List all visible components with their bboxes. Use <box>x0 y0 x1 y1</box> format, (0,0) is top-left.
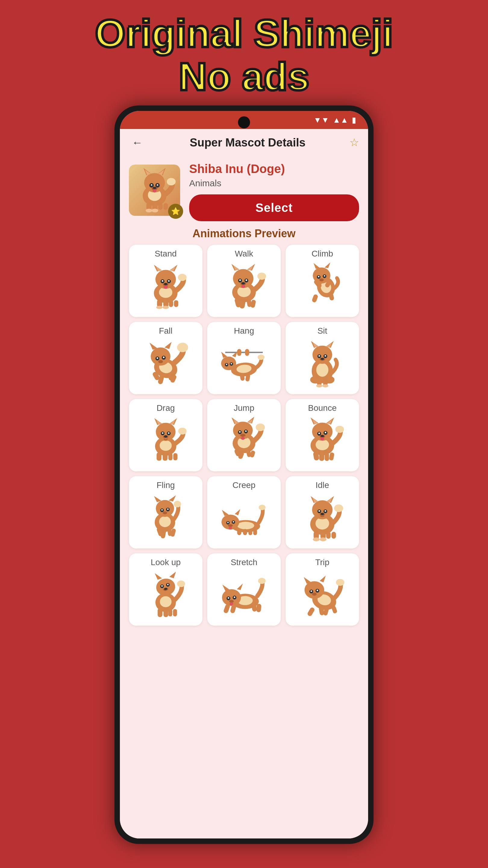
svg-point-83 <box>163 356 164 358</box>
svg-point-98 <box>226 364 227 365</box>
list-item[interactable]: Walk <box>207 245 281 317</box>
list-item[interactable]: Idle <box>286 476 359 549</box>
list-item[interactable]: Hang <box>207 322 281 394</box>
svg-point-68 <box>318 276 319 277</box>
svg-point-232 <box>155 577 176 597</box>
animation-image-bounce <box>297 416 348 467</box>
svg-point-271 <box>312 592 317 595</box>
list-item[interactable]: Look up <box>129 553 202 626</box>
svg-point-51 <box>239 279 241 281</box>
svg-rect-243 <box>164 608 168 617</box>
list-item[interactable]: Stand <box>129 245 202 317</box>
list-item[interactable]: Trip <box>286 553 359 626</box>
svg-point-12 <box>153 187 156 189</box>
svg-marker-249 <box>222 585 230 591</box>
svg-point-151 <box>239 431 241 433</box>
animation-label-stretch: Stretch <box>231 558 258 567</box>
svg-point-188 <box>163 512 167 515</box>
svg-point-155 <box>256 424 265 431</box>
svg-point-189 <box>174 501 181 507</box>
mascot-info: Shiba Inu (Doge) Animals Select <box>189 162 359 221</box>
list-item[interactable]: Stretch <box>207 553 281 626</box>
svg-rect-226 <box>326 532 331 538</box>
mascot-header: ⭐ Shiba Inu (Doge) Animals Select <box>129 162 359 221</box>
svg-point-125 <box>160 440 172 451</box>
svg-point-154 <box>241 437 245 440</box>
list-item[interactable]: Fling <box>129 476 202 549</box>
svg-point-220 <box>325 510 326 512</box>
svg-rect-227 <box>331 532 336 538</box>
top-bar: ← Super Mascot Details ☆ <box>120 129 368 156</box>
svg-point-269 <box>311 590 312 592</box>
svg-point-187 <box>167 508 169 510</box>
svg-marker-65 <box>324 262 330 268</box>
animation-label-walk: Walk <box>235 249 253 258</box>
back-button[interactable]: ← <box>129 133 146 152</box>
svg-point-31 <box>168 280 170 281</box>
svg-point-114 <box>318 355 320 356</box>
svg-point-41 <box>163 306 169 309</box>
svg-point-117 <box>321 358 324 360</box>
svg-rect-178 <box>329 452 335 461</box>
svg-rect-139 <box>163 453 167 461</box>
svg-rect-38 <box>169 300 173 307</box>
svg-rect-177 <box>325 453 329 461</box>
svg-point-237 <box>161 585 163 587</box>
svg-marker-183 <box>169 495 176 501</box>
svg-marker-79 <box>164 342 172 349</box>
animation-image-stretch <box>218 570 270 621</box>
animation-image-lookup <box>140 570 191 621</box>
svg-rect-138 <box>157 453 161 461</box>
svg-point-228 <box>313 537 320 541</box>
svg-point-84 <box>158 360 163 363</box>
svg-rect-18 <box>164 203 168 210</box>
svg-point-9 <box>151 184 153 186</box>
svg-point-223 <box>334 504 343 512</box>
animation-label-hang: Hang <box>234 326 254 336</box>
svg-rect-140 <box>168 453 173 460</box>
svg-point-136 <box>164 435 167 438</box>
svg-point-169 <box>318 433 320 434</box>
svg-rect-273 <box>307 607 315 617</box>
select-button[interactable]: Select <box>189 194 359 221</box>
list-item[interactable]: Drag <box>129 399 202 471</box>
list-item[interactable]: Climb <box>286 245 359 317</box>
svg-rect-60 <box>250 300 256 308</box>
svg-rect-73 <box>312 294 318 303</box>
svg-point-255 <box>229 600 234 603</box>
svg-point-30 <box>162 280 163 281</box>
animation-image-drag <box>140 416 191 467</box>
svg-point-254 <box>234 596 235 598</box>
phone-wrapper: ▼▼ ▲▲ ▮ ← Super Mascot Details ☆ <box>115 105 373 844</box>
list-item[interactable]: Creep <box>207 476 281 549</box>
svg-point-14 <box>167 178 176 185</box>
svg-point-93 <box>221 356 236 370</box>
svg-point-137 <box>178 428 187 435</box>
mascot-category: Animals <box>189 178 359 188</box>
svg-point-85 <box>177 343 188 352</box>
list-item[interactable]: Sit <box>286 322 359 394</box>
svg-point-70 <box>319 278 324 281</box>
svg-point-202 <box>233 521 234 523</box>
svg-point-173 <box>320 437 324 440</box>
svg-point-152 <box>245 430 247 432</box>
animation-label-bounce: Bounce <box>308 403 337 413</box>
content-area: ⭐ Shiba Inu (Doge) Animals Select Animat… <box>120 156 368 838</box>
svg-point-20 <box>152 209 158 213</box>
favorite-button[interactable]: ☆ <box>350 136 359 149</box>
animation-label-drag: Drag <box>157 403 175 413</box>
animation-image-sit <box>297 339 348 390</box>
animation-label-fling: Fling <box>157 480 175 490</box>
svg-point-222 <box>321 513 324 515</box>
list-item[interactable]: Bounce <box>286 399 359 471</box>
list-item[interactable]: Jump <box>207 399 281 471</box>
svg-point-231 <box>160 596 172 607</box>
list-item[interactable]: Fall <box>129 322 202 394</box>
animation-image-fling <box>140 493 191 544</box>
svg-point-170 <box>325 432 326 433</box>
svg-rect-209 <box>253 529 257 535</box>
svg-point-257 <box>258 578 266 584</box>
svg-rect-39 <box>174 300 178 307</box>
svg-point-270 <box>317 590 318 591</box>
animations-title: Animations Preview <box>129 227 359 240</box>
